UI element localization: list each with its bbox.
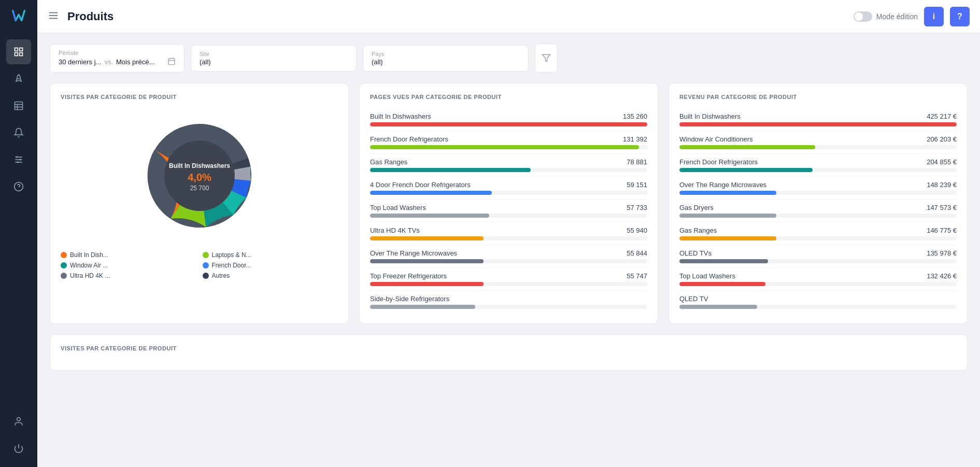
site-label: Site (200, 51, 348, 57)
sidebar-item-table[interactable] (6, 93, 31, 118)
legend-item-french-door: French Door... (203, 262, 338, 269)
svg-text:Built In Dishwashers: Built In Dishwashers (168, 162, 230, 169)
list-item: Top Freezer Refrigerators55 747 (370, 268, 647, 291)
list-item: French Door Refrigerators204 855 € (679, 154, 957, 177)
periode-value: 30 derniers j... vs. Mois précé... (59, 57, 176, 67)
info-button[interactable]: i (924, 7, 944, 26)
panel-revenue: REVENU PAR CATEGORIE DE PRODUIT Built In… (669, 83, 968, 324)
donut-legend: Built In Dish... Laptops & N... Window A… (61, 251, 338, 279)
svg-rect-3 (20, 53, 23, 56)
list-item: 4 Door French Door Refrigerators59 151 (370, 177, 647, 200)
list-item: Side-by-Side Refrigerators (370, 291, 647, 313)
filter-pays[interactable]: Pays (all) (363, 45, 529, 72)
list-item: Built In Dishwashers425 217 € (679, 108, 957, 131)
svg-point-12 (20, 159, 21, 160)
list-item: Gas Ranges146 775 € (679, 222, 957, 245)
site-value: (all) (200, 58, 348, 66)
toggle-switch[interactable] (854, 11, 872, 22)
legend-item-laptops: Laptops & N... (203, 251, 338, 259)
svg-point-13 (17, 161, 19, 163)
header-right: Mode édition i ? (854, 7, 970, 26)
filter-periode[interactable]: Période 30 derniers j... vs. Mois précé.… (50, 44, 184, 73)
panel-pages-title: PAGES VUES PAR CATEGORIE DE PRODUIT (370, 94, 647, 100)
revenue-list: Built In Dishwashers425 217 € Window Air… (679, 108, 957, 313)
legend-item-ultra-hd: Ultra HD 4K ... (61, 272, 196, 279)
donut-chart: Built In Dishwashers 4,0% 25 700 (132, 108, 267, 243)
sidebar-item-power[interactable] (6, 436, 31, 461)
filter-site[interactable]: Site (all) (191, 45, 357, 72)
legend-item-autres: Autres (203, 272, 338, 279)
list-item: Gas Dryers147 573 € (679, 200, 957, 222)
svg-rect-2 (15, 53, 18, 56)
filters-bar: Période 30 derniers j... vs. Mois précé.… (50, 44, 968, 73)
legend-item-built-in: Built In Dish... (61, 251, 196, 259)
list-item: Over The Range Microwaves55 844 (370, 245, 647, 268)
mode-edition-label: Mode édition (876, 12, 918, 21)
donut-container: Built In Dishwashers 4,0% 25 700 Built I… (61, 108, 338, 279)
svg-point-16 (17, 418, 21, 421)
panel-revenue-title: REVENU PAR CATEGORIE DE PRODUIT (679, 94, 957, 100)
panel-visits-bottom-title: VISITES PAR CATEGORIE DE PRODUIT (61, 345, 957, 351)
panel-pages: PAGES VUES PAR CATEGORIE DE PRODUIT Buil… (359, 83, 658, 324)
panel-visits-title: VISITES PAR CATEGORIE DE PRODUIT (61, 94, 338, 100)
legend-item-window-air: Window Air ... (61, 262, 196, 269)
panel-visits: VISITES PAR CATEGORIE DE PRODUIT (50, 83, 349, 324)
menu-icon[interactable] (48, 10, 59, 23)
list-item: QLED TV (679, 291, 957, 313)
donut-wrapper: Built In Dishwashers 4,0% 25 700 (132, 108, 267, 243)
page-title: Produits (67, 10, 845, 23)
pages-bar-list: Built In Dishwashers135 260 French Door … (370, 108, 647, 313)
svg-rect-4 (15, 102, 23, 110)
list-item: Ultra HD 4K TVs55 940 (370, 222, 647, 245)
main-content: Produits Mode édition i ? Période 30 der… (37, 0, 980, 467)
svg-point-11 (16, 156, 18, 158)
sidebar-item-sliders[interactable] (6, 147, 31, 172)
sidebar-logo (0, 0, 37, 33)
sidebar-item-bell[interactable] (6, 120, 31, 145)
sidebar-item-help[interactable] (6, 174, 31, 199)
help-button[interactable]: ? (950, 7, 970, 26)
list-item: Top Load Washers57 733 (370, 200, 647, 222)
header: Produits Mode édition i ? (37, 0, 980, 33)
list-item: Window Air Conditioners206 203 € (679, 131, 957, 154)
svg-marker-25 (543, 54, 550, 62)
list-item: OLED TVs135 978 € (679, 245, 957, 268)
sidebar-nav (6, 33, 31, 403)
calendar-icon (167, 57, 176, 67)
svg-text:25 700: 25 700 (190, 185, 209, 192)
svg-text:4,0%: 4,0% (188, 172, 211, 183)
list-item: Gas Ranges78 881 (370, 154, 647, 177)
toggle-knob (855, 12, 863, 21)
pays-label: Pays (372, 51, 520, 57)
pays-value: (all) (372, 58, 520, 66)
app-logo (9, 7, 29, 26)
svg-rect-1 (20, 48, 23, 51)
sidebar-item-user[interactable] (6, 409, 31, 434)
list-item: Top Load Washers132 426 € (679, 268, 957, 291)
list-item: Over The Range Microwaves148 239 € (679, 177, 957, 200)
sidebar-bottom (6, 403, 31, 467)
periode-label: Période (59, 50, 176, 56)
filter-button[interactable] (535, 44, 558, 73)
list-item: Built In Dishwashers135 260 (370, 108, 647, 131)
content-area: Période 30 derniers j... vs. Mois précé.… (37, 33, 980, 467)
list-item: French Door Refrigerators131 392 (370, 131, 647, 154)
dashboard-grid: VISITES PAR CATEGORIE DE PRODUIT (50, 83, 968, 324)
mode-edition-toggle[interactable]: Mode édition (854, 11, 918, 22)
sidebar-item-dashboard[interactable] (6, 39, 31, 64)
svg-rect-21 (168, 58, 175, 64)
svg-rect-0 (15, 48, 18, 51)
sidebar-item-rocket[interactable] (6, 66, 31, 91)
sidebar (0, 0, 37, 467)
panel-visits-bottom: VISITES PAR CATEGORIE DE PRODUIT (50, 334, 968, 371)
